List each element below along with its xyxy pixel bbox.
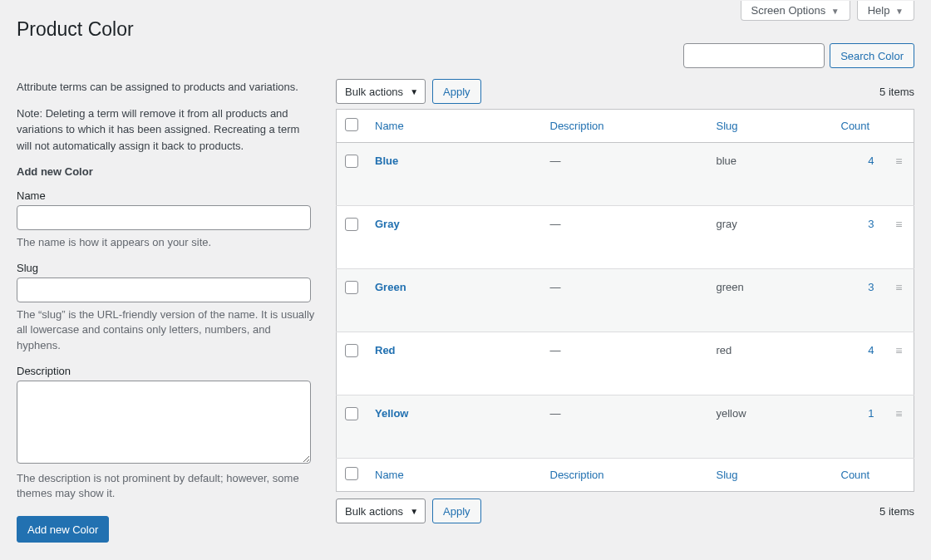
slug-label: Slug <box>17 262 316 274</box>
screen-options-label: Screen Options <box>751 4 826 17</box>
drag-handle-icon[interactable]: ≡ <box>891 332 914 395</box>
row-checkbox[interactable] <box>345 407 358 420</box>
term-description: — <box>542 332 708 395</box>
term-description: — <box>542 269 708 332</box>
term-name-link[interactable]: Green <box>375 281 406 293</box>
intro-text-1: Attribute terms can be assigned to produ… <box>17 79 316 96</box>
term-name-link[interactable]: Blue <box>375 155 398 167</box>
term-slug: yellow <box>708 395 833 459</box>
term-name-link[interactable]: Yellow <box>375 407 408 420</box>
screen-options-button[interactable]: Screen Options ▼ <box>741 1 850 21</box>
term-slug: blue <box>708 143 833 206</box>
help-label: Help <box>868 4 890 17</box>
name-help: The name is how it appears on your site. <box>17 235 316 250</box>
bulk-apply-top[interactable]: Apply <box>432 79 481 104</box>
table-row: Green—green3≡ <box>337 269 914 332</box>
name-input[interactable] <box>17 205 311 230</box>
intro-text-2: Note: Deleting a term will remove it fro… <box>17 106 316 155</box>
chevron-down-icon: ▼ <box>831 7 840 16</box>
drag-handle-icon[interactable]: ≡ <box>891 206 914 269</box>
bulk-actions-select-top[interactable]: Bulk actions ▼ <box>336 79 426 104</box>
row-checkbox[interactable] <box>345 344 358 357</box>
term-slug: green <box>708 269 833 332</box>
bulk-actions-label: Bulk actions <box>345 505 403 518</box>
col-footer-count[interactable]: Count <box>841 469 870 481</box>
col-header-description[interactable]: Description <box>550 120 604 132</box>
col-footer-name[interactable]: Name <box>375 469 404 481</box>
term-name-link[interactable]: Red <box>375 344 396 356</box>
row-checkbox[interactable] <box>345 155 358 168</box>
table-row: Gray—gray3≡ <box>337 206 914 269</box>
items-count-top: 5 items <box>879 86 914 98</box>
term-description: — <box>542 395 708 459</box>
chevron-down-icon: ▼ <box>410 507 418 516</box>
bulk-apply-bottom[interactable]: Apply <box>432 499 481 523</box>
add-form-heading: Add new Color <box>17 165 316 178</box>
term-slug: red <box>708 332 833 395</box>
table-row: Red—red4≡ <box>337 332 914 395</box>
term-name-link[interactable]: Gray <box>375 218 400 230</box>
table-row: Blue—blue4≡ <box>337 143 914 206</box>
chevron-down-icon: ▼ <box>410 87 418 96</box>
drag-handle-icon[interactable]: ≡ <box>891 143 914 206</box>
search-input[interactable] <box>683 43 825 68</box>
items-count-bottom: 5 items <box>879 505 914 518</box>
help-button[interactable]: Help ▼ <box>857 1 914 21</box>
term-count-link[interactable]: 3 <box>868 281 874 293</box>
term-count-link[interactable]: 1 <box>868 407 874 420</box>
term-description: — <box>542 206 708 269</box>
term-count-link[interactable]: 4 <box>868 155 874 167</box>
select-all-top[interactable] <box>345 118 358 131</box>
name-label: Name <box>17 189 316 202</box>
col-header-count[interactable]: Count <box>841 120 870 132</box>
submit-button[interactable]: Add new Color <box>17 516 109 543</box>
term-count-link[interactable]: 3 <box>868 218 874 230</box>
chevron-down-icon: ▼ <box>895 7 904 16</box>
table-row: Yellow—yellow1≡ <box>337 395 914 459</box>
select-all-bottom[interactable] <box>345 467 358 480</box>
slug-help: The “slug” is the URL-friendly version o… <box>17 307 316 353</box>
drag-handle-icon[interactable]: ≡ <box>891 395 914 459</box>
term-slug: gray <box>708 206 833 269</box>
term-count-link[interactable]: 4 <box>868 344 874 356</box>
row-checkbox[interactable] <box>345 218 358 231</box>
search-button[interactable]: Search Color <box>830 43 914 68</box>
col-header-name[interactable]: Name <box>375 120 404 132</box>
col-header-slug[interactable]: Slug <box>717 120 738 132</box>
description-help: The description is not prominent by defa… <box>17 471 316 501</box>
slug-input[interactable] <box>17 278 311 302</box>
description-label: Description <box>17 365 316 377</box>
drag-handle-icon[interactable]: ≡ <box>891 269 914 332</box>
description-input[interactable] <box>17 381 311 464</box>
col-footer-description[interactable]: Description <box>550 469 604 481</box>
table-panel: Bulk actions ▼ Apply 5 items Name Descri… <box>336 79 914 528</box>
bulk-actions-label: Bulk actions <box>345 86 403 98</box>
form-panel: Attribute terms can be assigned to produ… <box>17 79 316 543</box>
col-footer-slug[interactable]: Slug <box>717 469 738 481</box>
row-checkbox[interactable] <box>345 281 358 294</box>
term-description: — <box>542 143 708 206</box>
bulk-actions-select-bottom[interactable]: Bulk actions ▼ <box>336 499 426 523</box>
terms-table: Name Description Slug Count Blue—blue4≡G… <box>336 109 914 492</box>
